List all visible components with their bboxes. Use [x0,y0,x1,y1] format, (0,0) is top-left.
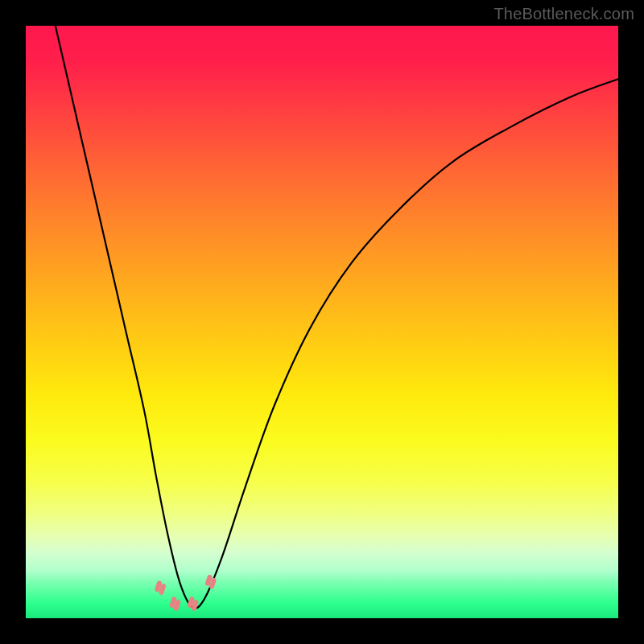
marker-left-pair [155,580,167,596]
plot-area [26,26,618,618]
curve-layer [26,26,618,618]
chart-frame: TheBottleneck.com [0,0,644,644]
bottleneck-curve [56,26,618,609]
watermark-text: TheBottleneck.com [493,5,634,23]
marker-trough-b [187,597,199,612]
marker-trough-a [169,597,181,612]
